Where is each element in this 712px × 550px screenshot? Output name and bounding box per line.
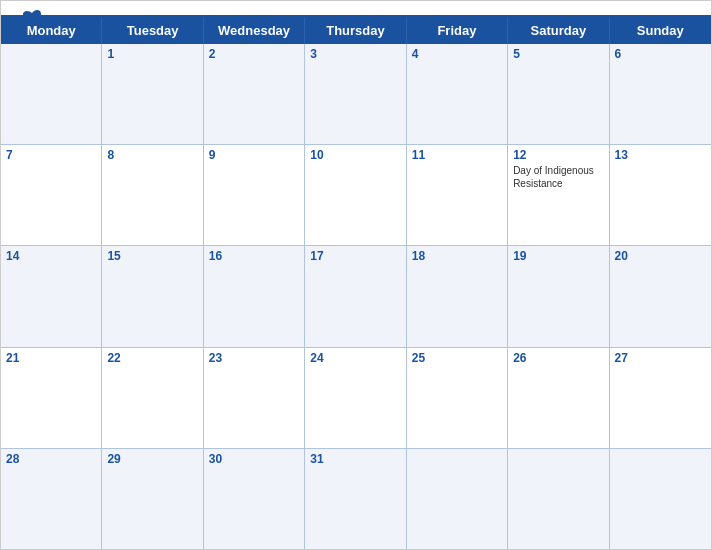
day-number: 23 <box>209 351 299 365</box>
day-cell: 29 <box>102 449 203 549</box>
day-cell <box>610 449 711 549</box>
day-number: 26 <box>513 351 603 365</box>
day-header-saturday: Saturday <box>508 17 609 44</box>
day-number: 15 <box>107 249 197 263</box>
day-cell: 22 <box>102 348 203 448</box>
day-number: 28 <box>6 452 96 466</box>
day-number: 2 <box>209 47 299 61</box>
day-number: 9 <box>209 148 299 162</box>
day-number: 5 <box>513 47 603 61</box>
day-cell: 17 <box>305 246 406 346</box>
calendar-header <box>1 1 711 15</box>
week-row-3: 14151617181920 <box>1 246 711 347</box>
week-row-1: 123456 <box>1 44 711 145</box>
day-cell: 30 <box>204 449 305 549</box>
day-cell: 26 <box>508 348 609 448</box>
day-number: 16 <box>209 249 299 263</box>
calendar-container: MondayTuesdayWednesdayThursdayFridaySatu… <box>0 0 712 550</box>
day-cell: 27 <box>610 348 711 448</box>
day-cell: 20 <box>610 246 711 346</box>
day-cell <box>407 449 508 549</box>
day-number: 1 <box>107 47 197 61</box>
day-number: 7 <box>6 148 96 162</box>
logo-bird-icon <box>20 9 44 29</box>
day-cell <box>508 449 609 549</box>
day-cell: 6 <box>610 44 711 144</box>
day-number: 22 <box>107 351 197 365</box>
day-cell: 10 <box>305 145 406 245</box>
day-cell: 2 <box>204 44 305 144</box>
holiday-text: Day of Indigenous Resistance <box>513 164 603 190</box>
day-cell: 8 <box>102 145 203 245</box>
day-number: 27 <box>615 351 706 365</box>
day-header-friday: Friday <box>407 17 508 44</box>
day-number: 13 <box>615 148 706 162</box>
day-cell: 24 <box>305 348 406 448</box>
day-number: 29 <box>107 452 197 466</box>
day-number: 25 <box>412 351 502 365</box>
day-number: 19 <box>513 249 603 263</box>
day-cell: 28 <box>1 449 102 549</box>
week-row-2: 789101112Day of Indigenous Resistance13 <box>1 145 711 246</box>
day-number: 11 <box>412 148 502 162</box>
day-cell: 16 <box>204 246 305 346</box>
calendar-grid: MondayTuesdayWednesdayThursdayFridaySatu… <box>1 15 711 549</box>
day-cell: 18 <box>407 246 508 346</box>
day-number: 20 <box>615 249 706 263</box>
week-row-4: 21222324252627 <box>1 348 711 449</box>
week-row-5: 28293031 <box>1 449 711 549</box>
day-cell <box>1 44 102 144</box>
day-header-wednesday: Wednesday <box>204 17 305 44</box>
day-header-tuesday: Tuesday <box>102 17 203 44</box>
day-cell: 5 <box>508 44 609 144</box>
day-number: 17 <box>310 249 400 263</box>
day-cell: 15 <box>102 246 203 346</box>
day-number: 24 <box>310 351 400 365</box>
day-cell: 7 <box>1 145 102 245</box>
weeks-container: 123456789101112Day of Indigenous Resista… <box>1 44 711 549</box>
day-cell: 9 <box>204 145 305 245</box>
day-header-sunday: Sunday <box>610 17 711 44</box>
day-cell: 3 <box>305 44 406 144</box>
day-cell: 25 <box>407 348 508 448</box>
day-number: 4 <box>412 47 502 61</box>
day-header-thursday: Thursday <box>305 17 406 44</box>
day-cell: 19 <box>508 246 609 346</box>
day-cell: 1 <box>102 44 203 144</box>
day-number: 3 <box>310 47 400 61</box>
day-cell: 11 <box>407 145 508 245</box>
day-number: 30 <box>209 452 299 466</box>
day-number: 21 <box>6 351 96 365</box>
day-number: 8 <box>107 148 197 162</box>
day-number: 6 <box>615 47 706 61</box>
day-cell: 4 <box>407 44 508 144</box>
day-cell: 23 <box>204 348 305 448</box>
day-cell: 31 <box>305 449 406 549</box>
day-number: 14 <box>6 249 96 263</box>
logo-area <box>17 9 44 29</box>
day-number: 12 <box>513 148 603 162</box>
day-number: 31 <box>310 452 400 466</box>
day-cell: 13 <box>610 145 711 245</box>
day-cell: 12Day of Indigenous Resistance <box>508 145 609 245</box>
day-headers-row: MondayTuesdayWednesdayThursdayFridaySatu… <box>1 17 711 44</box>
day-cell: 21 <box>1 348 102 448</box>
day-cell: 14 <box>1 246 102 346</box>
day-number: 18 <box>412 249 502 263</box>
day-number: 10 <box>310 148 400 162</box>
